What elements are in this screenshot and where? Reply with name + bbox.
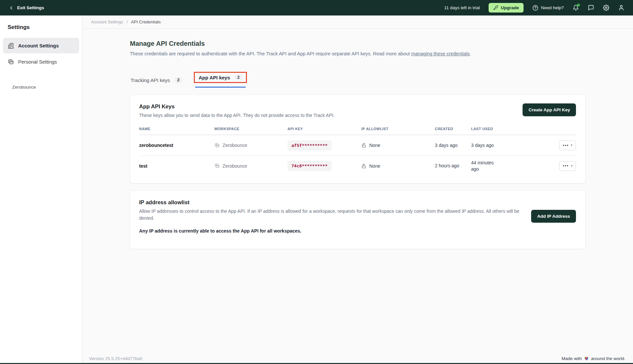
ip-allowlist-value: None [369, 163, 380, 169]
help-button[interactable]: Need help? [532, 5, 564, 11]
page-title: Manage API Credentials [130, 40, 586, 47]
last-used-value: 44 minutes ago [471, 160, 501, 172]
breadcrumb-item-api-credentials: API Credentials [131, 19, 161, 24]
building-icon [8, 42, 14, 49]
managing-credentials-link[interactable]: managing these credentials [411, 51, 469, 56]
card-title: IP address allowlist [139, 199, 521, 206]
version-label: Version 25.5.25+d4d77ba0 [89, 356, 142, 361]
page-description-text: These credentials are required to authen… [130, 51, 411, 56]
profile-button[interactable] [618, 5, 624, 11]
tab-label: Tracking API keys [131, 77, 170, 83]
column-header-ip-allowlist: IP ALLOWLIST [361, 127, 435, 131]
chevron-left-icon [9, 5, 14, 11]
gear-icon [603, 5, 609, 11]
ip-allowlist-status: Any IP address is currently able to acce… [139, 228, 521, 241]
rocket-icon [493, 5, 498, 10]
footer: Version 25.5.25+d4d77ba0 Made with aroun… [83, 356, 633, 361]
sidebar-title: Settings [8, 24, 82, 31]
table-header-row: NAME WORKSPACE API KEY IP ALLOWLIST CREA… [139, 127, 576, 135]
card-description: These keys allow you to send data to the… [139, 112, 335, 119]
made-with-label: Made with around the world. [561, 356, 625, 361]
created-value: 2 hours ago [435, 163, 471, 169]
tab-label: App API keys [198, 75, 230, 80]
upgrade-label: Upgrade [501, 5, 519, 10]
windows-icon [8, 59, 14, 65]
row-actions-button[interactable]: ••• ▾ [559, 140, 576, 150]
exit-settings-button[interactable]: Exit Settings [9, 5, 44, 11]
created-value: 3 days ago [435, 142, 471, 149]
topbar-actions: 11 days left in trial Upgrade Need help? [444, 3, 624, 13]
help-label: Need help? [541, 5, 564, 10]
tab-count-badge: 2 [175, 77, 182, 83]
column-header-created: CREATED [435, 127, 471, 131]
page-description: These credentials are required to authen… [130, 51, 586, 56]
app-api-keys-card: App API Keys These keys allow you to sen… [130, 95, 586, 183]
workspace-icon [214, 163, 220, 169]
tab-count-badge: 2 [235, 74, 242, 80]
column-header-last-used: LAST USED [471, 127, 501, 131]
notifications-button[interactable] [573, 5, 579, 11]
notification-dot [577, 4, 580, 7]
column-header-name: NAME [139, 127, 214, 131]
card-title: App API Keys [139, 103, 335, 110]
api-keys-table: NAME WORKSPACE API KEY IP ALLOWLIST CREA… [139, 127, 576, 176]
annotation-highlight: App API keys 2 [194, 72, 247, 83]
chevron-down-icon: ▾ [571, 165, 572, 167]
rainbow-heart-icon [584, 356, 589, 361]
card-description: Allow IP addresses to control access to … [139, 208, 521, 222]
column-header-api-key: API KEY [287, 127, 361, 131]
tabs: Tracking API keys 2 App API keys 2 [130, 69, 586, 88]
chat-button[interactable] [588, 5, 594, 11]
person-icon [618, 5, 624, 11]
table-row: test Zerobounce 74c8********** None [139, 155, 576, 176]
upgrade-button[interactable]: Upgrade [489, 3, 524, 13]
settings-gear-button[interactable] [603, 5, 609, 11]
breadcrumb: Account Settings / API Credentials [83, 15, 633, 29]
topbar: Exit Settings 11 days left in trial Upgr… [0, 0, 633, 15]
api-key-value[interactable]: af5f********** [287, 140, 332, 151]
breadcrumb-separator: / [127, 19, 128, 24]
exit-settings-label: Exit Settings [17, 5, 44, 10]
question-circle-icon [532, 5, 538, 11]
workspace-icon [214, 143, 220, 148]
add-ip-address-button[interactable]: Add IP Address [531, 210, 576, 223]
sidebar-item-label: Personal Settings [18, 59, 57, 65]
chat-bubble-icon [588, 5, 594, 11]
row-actions-button[interactable]: ••• ▾ [559, 161, 576, 171]
tab-tracking-api-keys[interactable]: Tracking API keys 2 [130, 74, 183, 88]
ip-allowlist-value: None [369, 143, 380, 148]
last-used-value: 3 days ago [471, 142, 501, 149]
breadcrumb-item-account-settings[interactable]: Account Settings [91, 19, 123, 24]
workspace-name: Zerobounce [223, 163, 247, 169]
api-key-value[interactable]: 74c8********** [287, 161, 332, 171]
around-world-text: around the world. [591, 356, 625, 361]
page-description-period: . [470, 51, 471, 56]
main-content: Account Settings / API Credentials Manag… [83, 0, 633, 364]
workspace-section-label: Zerobounce [12, 85, 82, 90]
ip-allowlist-card: IP address allowlist Allow IP addresses … [130, 190, 586, 249]
create-app-api-key-button[interactable]: Create App API Key [523, 103, 576, 116]
lock-open-icon [361, 163, 367, 169]
sidebar-item-account-settings[interactable]: Account Settings [3, 38, 79, 53]
ellipsis-icon: ••• [563, 143, 569, 148]
tab-app-api-keys[interactable]: App API keys 2 [195, 69, 245, 88]
ellipsis-icon: ••• [563, 164, 569, 168]
workspace-name: Zerobounce [223, 143, 247, 148]
made-with-text: Made with [561, 356, 582, 361]
sidebar: Settings Account Settings Personal Setti… [0, 15, 82, 364]
chevron-down-icon: ▾ [571, 144, 572, 147]
table-row: zerobouncetest Zerobounce af5f**********… [139, 135, 576, 155]
key-name: test [139, 163, 214, 169]
sidebar-item-personal-settings[interactable]: Personal Settings [3, 54, 79, 70]
trial-countdown: 11 days left in trial [444, 5, 480, 10]
lock-open-icon [361, 143, 367, 148]
column-header-workspace: WORKSPACE [214, 127, 287, 131]
key-name: zerobouncetest [139, 143, 214, 148]
sidebar-item-label: Account Settings [18, 43, 59, 48]
